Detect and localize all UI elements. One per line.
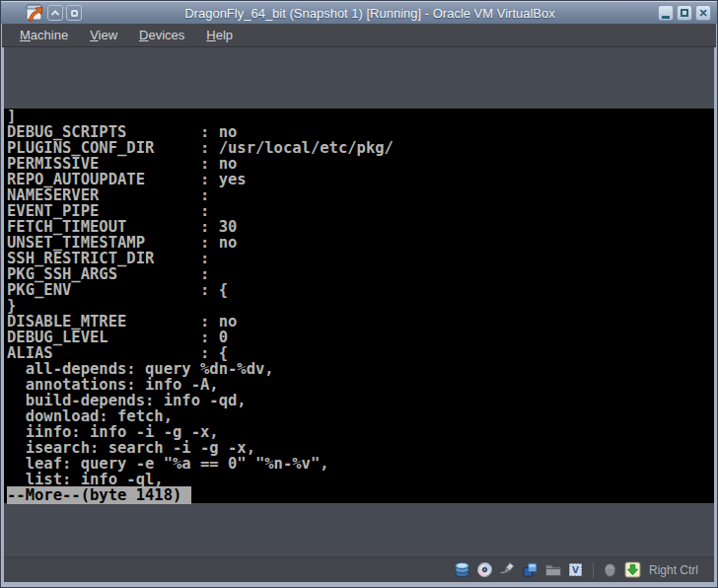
terminal-line: EVENT_PIPE : — [4, 203, 714, 219]
menu-devices[interactable]: Devices — [133, 25, 190, 45]
terminal-line: list: info -ql, — [4, 472, 714, 487]
vm-display-area: ] DEBUG_SCRIPTS : no PLUGINS_CONF_DIR : … — [4, 47, 714, 556]
terminal-line: PKG_ENV : { — [4, 282, 714, 298]
terminal-line: PERMISSIVE : no — [4, 156, 714, 172]
terminal-line: SSH_RESTRICT_DIR : — [4, 251, 714, 266]
menu-machine[interactable]: Machine — [14, 25, 74, 45]
menu-view[interactable]: View — [84, 25, 123, 45]
window-title: DragonFly_64_bit (Snapshot 1) [Running] … — [82, 6, 658, 21]
host-key-label: Right Ctrl — [649, 563, 698, 577]
statusbar: V Right Ctrl — [4, 556, 714, 582]
terminal-line: ALIAS : { — [4, 345, 714, 361]
shade-button[interactable] — [47, 5, 63, 21]
sticky-button[interactable] — [66, 5, 82, 21]
statusbar-separator — [593, 562, 594, 578]
terminal-line: UNSET_TIMESTAMP : no — [4, 235, 714, 251]
menu-help[interactable]: Help — [200, 25, 239, 45]
virtualbox-app-icon[interactable] — [25, 4, 44, 23]
more-prompt-line: --More--(byte 1418) — [4, 487, 714, 503]
terminal-line: isearch: search -i -g -x, — [4, 440, 714, 456]
minimize-button[interactable] — [658, 5, 674, 21]
sticky-circle-icon — [71, 10, 78, 17]
terminal-line: PKG_SSH_ARGS : — [4, 266, 714, 282]
terminal-line: all-depends: query %dn-%dv, — [4, 361, 714, 377]
terminal-line: REPO_AUTOUPDATE : yes — [4, 172, 714, 187]
host-key-icon — [624, 561, 642, 579]
titlebar[interactable]: DragonFly_64_bit (Snapshot 1) [Running] … — [1, 1, 717, 24]
terminal-line: NAMESERVER : — [4, 187, 714, 203]
hard-disks-icon[interactable] — [454, 561, 471, 579]
window-frame-bottom — [0, 582, 718, 588]
optical-disks-icon[interactable] — [476, 561, 494, 579]
usb-icon[interactable] — [499, 561, 517, 579]
terminal-line: leaf: query -e "%a == 0" "%n-%v", — [4, 456, 714, 472]
terminal-line: download: fetch, — [4, 408, 714, 424]
svg-text:V: V — [573, 565, 580, 575]
terminal-line: } — [4, 298, 714, 314]
minimize-icon — [662, 16, 670, 19]
shared-folders-icon[interactable] — [544, 561, 562, 579]
terminal-line: iinfo: info -i -g -x, — [4, 424, 714, 440]
titlebar-left-controls — [1, 4, 82, 23]
terminal-line: build-depends: info -qd, — [4, 393, 714, 408]
network-icon[interactable] — [522, 561, 539, 579]
virtualbox-window: DragonFly_64_bit (Snapshot 1) [Running] … — [0, 0, 718, 588]
shade-caret-icon — [51, 10, 59, 18]
guest-console-screen[interactable]: ] DEBUG_SCRIPTS : no PLUGINS_CONF_DIR : … — [4, 109, 714, 503]
terminal-line: DEBUG_LEVEL : 0 — [4, 330, 714, 345]
close-button[interactable]: ✕ — [695, 5, 711, 21]
terminal-line: PLUGINS_CONF_DIR : /usr/local/etc/pkg/ — [4, 140, 714, 156]
titlebar-right-controls: ✕ — [658, 5, 717, 21]
terminal-line: annotations: info -A, — [4, 377, 714, 393]
terminal-line: DISABLE_MTREE : no — [4, 314, 714, 330]
menubar: Machine View Devices Help — [2, 24, 716, 47]
maximize-button[interactable] — [677, 5, 692, 21]
mouse-integration-icon[interactable] — [602, 561, 619, 579]
terminal-line: ] — [4, 109, 714, 124]
maximize-icon — [681, 9, 688, 17]
display-icon[interactable]: V — [567, 561, 585, 579]
more-prompt: --More--(byte 1418) — [7, 486, 191, 504]
terminal-line: FETCH_TIMEOUT : 30 — [4, 219, 714, 235]
terminal-line: DEBUG_SCRIPTS : no — [4, 124, 714, 140]
